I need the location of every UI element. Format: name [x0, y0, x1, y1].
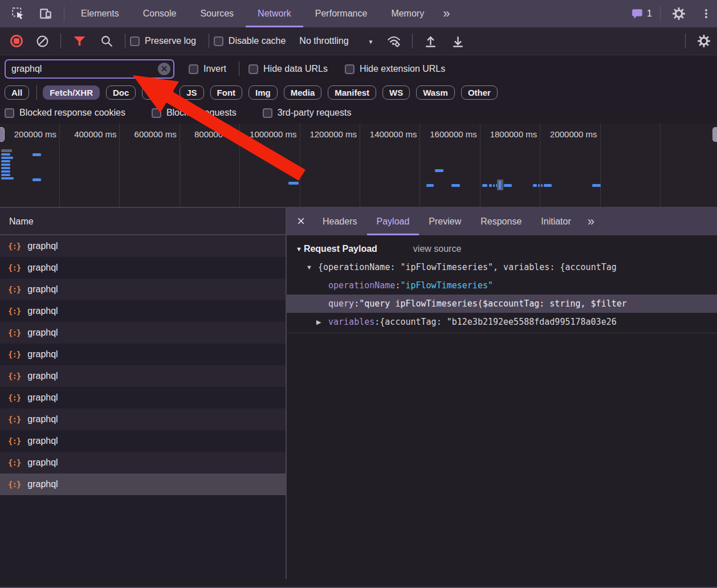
- device-toolbar-icon[interactable]: [38, 6, 53, 21]
- request-row[interactable]: {:}graphql: [0, 279, 286, 300]
- chip-doc[interactable]: Doc: [106, 85, 136, 100]
- request-row[interactable]: {:}graphql: [0, 322, 286, 344]
- payload-text-segment: operationName: [328, 280, 395, 291]
- filter-input[interactable]: [5, 59, 174, 79]
- network-conditions-icon[interactable]: [386, 34, 401, 48]
- tree-toggle-icon[interactable]: ▶: [316, 318, 328, 326]
- waterfall-bar: [493, 184, 495, 187]
- chip-all[interactable]: All: [5, 85, 29, 100]
- export-har-icon[interactable]: [451, 34, 466, 48]
- payload-tree-row[interactable]: ▶variables: {accountTag: "b12e3b2192ee55…: [287, 313, 717, 331]
- request-row[interactable]: {:}graphql: [0, 430, 286, 452]
- name-column-header[interactable]: Name: [0, 208, 286, 235]
- chip-font[interactable]: Font: [210, 85, 242, 100]
- divider: [412, 34, 413, 48]
- json-braces-icon: {:}: [8, 307, 21, 316]
- chip-ws[interactable]: WS: [382, 85, 410, 100]
- chevron-down-icon: ▼: [368, 39, 374, 45]
- disable-cache-checkbox[interactable]: [214, 36, 223, 46]
- request-row[interactable]: {:}graphql: [0, 257, 286, 279]
- tab-memory[interactable]: Memory: [379, 0, 436, 27]
- close-icon[interactable]: ×: [287, 213, 313, 230]
- tree-toggle-icon[interactable]: ▼: [306, 264, 318, 271]
- tab-sources[interactable]: Sources: [188, 0, 246, 27]
- request-row[interactable]: {:}graphql: [0, 344, 286, 365]
- settings-gear-icon[interactable]: [671, 6, 686, 21]
- request-name: graphql: [27, 479, 58, 489]
- blocked-response-cookies-checkbox[interactable]: [5, 108, 14, 118]
- request-row[interactable]: {:}graphql: [0, 387, 286, 409]
- timeline-tick-label: 2000000 ms: [550, 129, 597, 139]
- hide-data-urls-checkbox[interactable]: [248, 64, 258, 74]
- waterfall-bar: [288, 182, 299, 185]
- json-braces-icon: {:}: [8, 328, 21, 337]
- waterfall-bar: [489, 184, 492, 187]
- details-more-tabs-icon[interactable]: »: [581, 214, 601, 229]
- tab-elements[interactable]: Elements: [69, 0, 131, 27]
- overview-right-handle[interactable]: [712, 127, 717, 142]
- chip-other[interactable]: Other: [461, 85, 498, 100]
- details-tab-response[interactable]: Response: [471, 208, 531, 235]
- payload-text-segment: {accountTag: "b12e3b2192ee5588fdad995178…: [380, 317, 616, 327]
- request-row[interactable]: {:}graphql: [0, 473, 286, 495]
- more-panels-icon[interactable]: »: [436, 6, 457, 21]
- json-braces-icon: {:}: [8, 371, 21, 381]
- chip-img[interactable]: Img: [248, 85, 278, 100]
- chip-media[interactable]: Media: [284, 85, 322, 100]
- json-braces-icon: {:}: [8, 393, 21, 402]
- kebab-menu-icon[interactable]: [699, 6, 714, 21]
- import-har-icon[interactable]: [423, 34, 438, 48]
- tab-performance[interactable]: Performance: [303, 0, 380, 27]
- chip-manifest[interactable]: Manifest: [328, 85, 376, 100]
- hide-extension-urls-checkbox[interactable]: [345, 64, 355, 74]
- collapse-triangle-icon[interactable]: ▼: [296, 246, 302, 252]
- payload-text-segment: :: [374, 317, 380, 327]
- payload-text-segment: query: [328, 299, 354, 309]
- details-tab-headers[interactable]: Headers: [313, 208, 366, 235]
- throttling-select[interactable]: No throttling ▼: [299, 36, 373, 46]
- network-settings-gear-icon[interactable]: [696, 34, 711, 48]
- tab-console[interactable]: Console: [131, 0, 189, 27]
- timeline-tick-label: 400000 ms: [74, 129, 116, 139]
- 3rd-party-requests-checkbox[interactable]: [263, 108, 272, 118]
- tab-network[interactable]: Network: [246, 0, 303, 27]
- json-braces-icon: {:}: [8, 242, 21, 251]
- blocked-requests-checkbox[interactable]: [152, 108, 161, 118]
- chip-js[interactable]: JS: [180, 85, 203, 100]
- payload-tree-row[interactable]: ▼{operationName: "ipFlowTimeseries", var…: [287, 258, 717, 276]
- devtools-tabbar: ElementsConsoleSourcesNetworkPerformance…: [0, 0, 717, 27]
- chip-fetch-xhr[interactable]: Fetch/XHR: [43, 85, 100, 100]
- panel-tabs: ElementsConsoleSourcesNetworkPerformance…: [69, 0, 436, 27]
- record-icon[interactable]: [10, 35, 23, 47]
- request-row[interactable]: {:}graphql: [0, 365, 286, 387]
- overview-left-handle[interactable]: [0, 127, 5, 142]
- search-icon[interactable]: [99, 34, 114, 48]
- preserve-log-checkbox[interactable]: [130, 36, 140, 46]
- clear-icon[interactable]: [35, 34, 50, 48]
- invert-checkbox[interactable]: [189, 64, 198, 74]
- divider: [209, 34, 209, 48]
- request-row[interactable]: {:}graphql: [0, 452, 286, 473]
- json-braces-icon: {:}: [8, 350, 21, 359]
- issues-message-icon[interactable]: [630, 6, 645, 21]
- chip-css[interactable]: CSS: [142, 85, 173, 100]
- payload-tree-row[interactable]: query: "query ipFlowTimeseries($accountT…: [287, 295, 717, 313]
- payload-content: ▼ Request Payload view source ▼{operatio…: [287, 235, 717, 579]
- network-overview-timeline[interactable]: 200000 ms400000 ms600000 ms800000 ms1000…: [0, 124, 717, 208]
- request-row[interactable]: {:}graphql: [0, 235, 286, 257]
- request-details-panel: × HeadersPayloadPreviewResponseInitiator…: [287, 208, 717, 579]
- clear-filter-icon[interactable]: ✕: [158, 63, 170, 75]
- details-tab-payload[interactable]: Payload: [367, 208, 419, 235]
- request-row[interactable]: {:}graphql: [0, 409, 286, 430]
- chip-wasm[interactable]: Wasm: [416, 85, 455, 100]
- details-tab-preview[interactable]: Preview: [419, 208, 471, 235]
- filter-funnel-icon[interactable]: [72, 34, 87, 48]
- json-braces-icon: {:}: [8, 285, 21, 294]
- waterfall-bar: [544, 184, 552, 187]
- payload-tree-row[interactable]: operationName: "ipFlowTimeseries": [287, 276, 717, 295]
- request-row[interactable]: {:}graphql: [0, 300, 286, 322]
- details-tabs: HeadersPayloadPreviewResponseInitiator: [313, 208, 581, 235]
- details-tab-initiator[interactable]: Initiator: [531, 208, 580, 235]
- view-source-link[interactable]: view source: [413, 244, 461, 254]
- inspect-element-icon[interactable]: [11, 6, 26, 21]
